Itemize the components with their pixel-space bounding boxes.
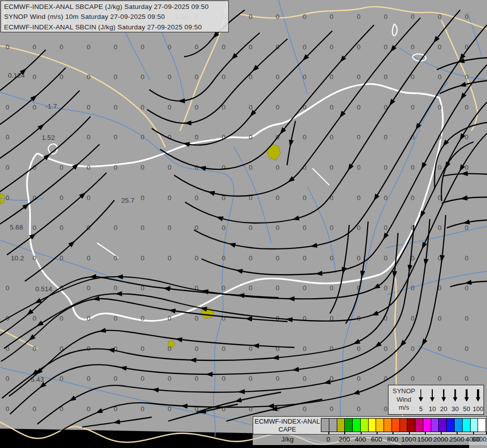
grid-zero-label: 0: [276, 164, 280, 171]
grid-zero-label: 0: [249, 164, 253, 171]
grid-zero-label: 0: [60, 194, 64, 202]
grid-zero-label: 0: [141, 43, 145, 51]
country-border: [442, 21, 478, 130]
streamline-arrowhead-icon: [381, 232, 389, 241]
grid-zero-label: 0: [33, 315, 37, 322]
grid-zero-label: 0: [303, 194, 307, 202]
grid-zero-label: 0: [465, 73, 469, 81]
grid-zero-label: 0: [113, 133, 117, 141]
grid-zero-label: 0: [276, 284, 280, 292]
grid-zero-label: 0: [60, 375, 64, 382]
grid-zero-label: 0: [357, 405, 361, 413]
grid-zero-label: 0: [87, 345, 91, 352]
grid-zero-label: 0: [87, 194, 91, 202]
river-line: [340, 82, 448, 436]
grid-zero-label: 0: [87, 104, 91, 111]
grid-zero-label: 0: [87, 254, 91, 262]
grid-zero-label: 0: [113, 224, 117, 231]
grid-zero-label: 0: [384, 43, 388, 51]
streamline-arrowhead-icon: [420, 242, 427, 250]
grid-zero-label: 0: [87, 315, 91, 322]
cape-color-swatch: [478, 418, 486, 432]
grid-zero-label: 0: [5, 43, 9, 51]
grid-zero-label: 0: [141, 254, 145, 262]
cape-color-swatch: [470, 418, 479, 432]
streamline-arrowhead-icon: [116, 274, 123, 279]
grid-zero-label: 0: [168, 405, 172, 413]
grid-zero-label: 0: [141, 164, 145, 171]
station-value-label: -1.7: [45, 103, 57, 110]
grid-zero-label: 0: [168, 43, 172, 51]
cape-color-swatch: [352, 418, 361, 432]
grid-zero-label: 0: [5, 405, 9, 413]
grid-zero-label: 0: [384, 164, 388, 171]
streamline-arrowhead-icon: [95, 408, 103, 416]
grid-zero-label: 0: [113, 315, 117, 322]
grid-zero-label: 0: [60, 315, 64, 322]
grid-zero-label: 0: [465, 254, 469, 262]
streamline-arrowhead-icon: [461, 171, 468, 176]
cape-color-swatch: [415, 418, 423, 432]
grid-zero-label: 0: [330, 133, 334, 141]
cape-tick-label: 0: [326, 436, 330, 443]
country-border: [0, 46, 165, 147]
wind-streamline: [7, 173, 106, 255]
cape-color-swatch: [321, 418, 329, 432]
grid-zero-label: 0: [276, 13, 280, 20]
grid-zero-label: 0: [141, 194, 145, 202]
grid-zero-label: 0: [330, 284, 334, 292]
grid-zero-label: 0: [357, 345, 361, 352]
grid-zero-label: 0: [465, 164, 469, 171]
streamline-arrowhead-icon: [457, 164, 465, 173]
grid-zero-label: 0: [411, 284, 415, 292]
cape-color-swatch: [423, 418, 431, 432]
grid-zero-label: 0: [438, 164, 442, 171]
grid-zero-label: 0: [438, 73, 442, 81]
grid-zero-label: 0: [113, 254, 117, 262]
grid-zero-label: 0: [357, 164, 361, 171]
wind-streamline: [0, 144, 99, 224]
grid-zero-label: 0: [222, 164, 226, 171]
wind-streamline: [196, 392, 281, 412]
grid-zero-label: 0: [384, 254, 388, 262]
grid-zero-label: 0: [438, 104, 442, 111]
grid-zero-label: 0: [113, 73, 117, 81]
streamline-arrowhead-icon: [419, 162, 426, 171]
highlighted-country-border: [312, 168, 329, 185]
grid-zero-label: 0: [438, 375, 442, 382]
grid-zero-label: 0: [276, 73, 280, 81]
grid-zero-label: 0: [168, 194, 172, 202]
grid-zero-label: 0: [60, 224, 64, 231]
cape-tick-label: 200: [339, 436, 350, 443]
cape-color-swatch: [454, 418, 463, 432]
wind-streamline: [25, 200, 114, 281]
cape-color-swatch: [399, 418, 408, 432]
wind-streamline: [185, 10, 460, 223]
grid-zero-label: 0: [5, 133, 9, 141]
streamline-arrowhead-icon: [346, 164, 354, 172]
wind-streamline: [441, 142, 474, 201]
grid-zero-label: 0: [222, 43, 226, 51]
grid-zero-label: 0: [438, 13, 442, 20]
grid-zero-label: 0: [33, 345, 37, 352]
streamline-arrowhead-icon: [315, 271, 322, 276]
streamline-arrowhead-icon: [292, 216, 299, 222]
grid-zero-label: 0: [222, 315, 226, 322]
grid-zero-label: 0: [411, 104, 415, 111]
grid-zero-label: 0: [357, 254, 361, 262]
grid-zero-label: 0: [357, 375, 361, 382]
grid-zero-label: 0: [168, 224, 172, 231]
wind-streamline: [440, 81, 487, 94]
streamline-arrowhead-icon: [181, 403, 188, 409]
grid-zero-label: 0: [195, 164, 198, 171]
grid-zero-label: 0: [330, 73, 334, 81]
grid-zero-label: 0: [168, 254, 172, 262]
streamline-arrowhead-icon: [420, 338, 427, 347]
grid-zero-label: 0: [411, 13, 415, 20]
grid-zero-label: 0: [303, 73, 307, 81]
grid-zero-label: 0: [60, 164, 64, 171]
grid-zero-label: 0: [195, 73, 198, 81]
grid-zero-label: 0: [276, 224, 280, 231]
grid-zero-label: 0: [438, 345, 442, 352]
grid-zero-label: 0: [222, 73, 226, 81]
